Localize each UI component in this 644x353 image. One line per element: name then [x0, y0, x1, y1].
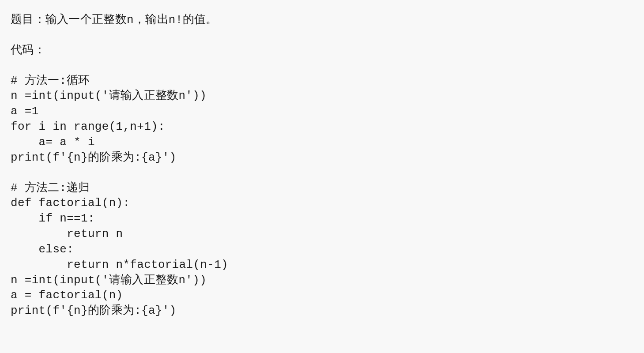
code-label: 代码： — [11, 43, 633, 58]
code-line: a= a * i — [11, 135, 633, 150]
code-line: def factorial(n): — [11, 195, 633, 211]
method2-comment: # 方法二:递归 — [11, 180, 633, 196]
document-page: 题目：输入一个正整数n，输出n!的值。 代码： # 方法一:循环 n =int(… — [0, 0, 644, 331]
code-line: else: — [11, 242, 633, 257]
method1-comment: # 方法一:循环 — [11, 73, 633, 89]
code-line: a =1 — [11, 104, 633, 119]
problem-title: 题目：输入一个正整数n，输出n!的值。 — [11, 12, 633, 28]
code-line: n =int(input('请输入正整数n')) — [11, 273, 633, 288]
code-line: n =int(input('请输入正整数n')) — [11, 88, 633, 104]
code-line: for i in range(1,n+1): — [11, 119, 633, 135]
code-line: return n*factorial(n-1) — [11, 257, 633, 273]
code-line: a = factorial(n) — [11, 288, 633, 303]
code-line: return n — [11, 226, 633, 242]
code-line: print(f'{n}的阶乘为:{a}') — [11, 150, 633, 165]
blank-line — [11, 165, 633, 180]
code-line: print(f'{n}的阶乘为:{a}') — [11, 303, 633, 319]
code-line: if n==1: — [11, 211, 633, 226]
